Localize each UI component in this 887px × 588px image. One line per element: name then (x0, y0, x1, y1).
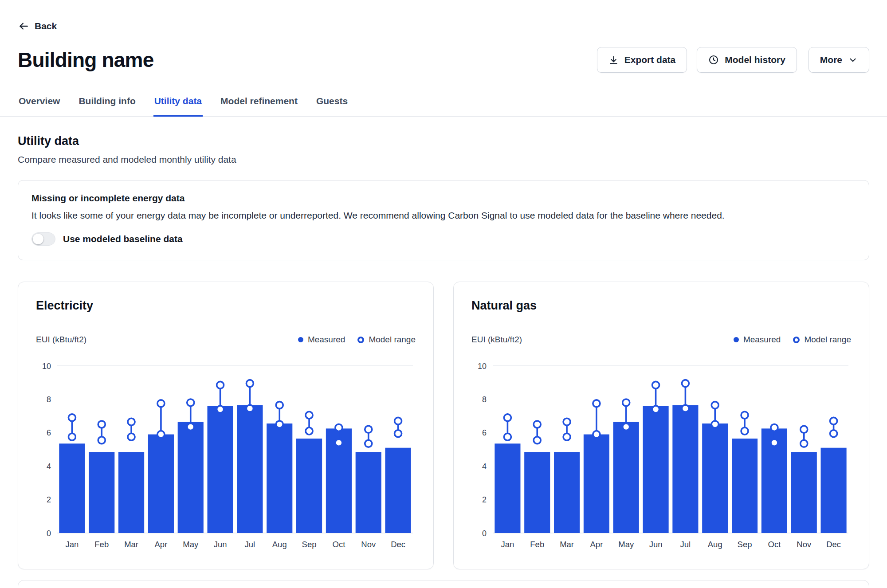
svg-text:Jun: Jun (214, 540, 227, 549)
tab-overview[interactable]: Overview (18, 92, 61, 117)
svg-text:Nov: Nov (797, 540, 812, 549)
svg-text:Sep: Sep (302, 540, 317, 549)
clock-icon (708, 55, 719, 65)
svg-text:Sep: Sep (738, 540, 752, 549)
svg-text:0: 0 (482, 529, 487, 538)
svg-text:May: May (618, 540, 634, 549)
legend-model-range-label: Model range (369, 335, 416, 345)
svg-text:10: 10 (478, 362, 487, 371)
svg-text:6: 6 (482, 428, 487, 437)
svg-text:Oct: Oct (333, 540, 345, 549)
svg-text:Mar: Mar (560, 540, 574, 549)
svg-text:Apr: Apr (155, 540, 168, 549)
natural-gas-legend: Measured Model range (734, 335, 851, 345)
export-data-button[interactable]: Export data (597, 47, 687, 73)
toggle-knob (33, 234, 43, 244)
model-history-button[interactable]: Model history (697, 47, 797, 73)
svg-text:2: 2 (47, 495, 51, 504)
svg-text:0: 0 (47, 529, 51, 538)
svg-text:6: 6 (47, 428, 51, 437)
legend-measured-label: Measured (743, 335, 781, 345)
more-button[interactable]: More (809, 47, 869, 73)
alert-title: Missing or incomplete energy data (31, 193, 856, 204)
utility-data-page: Back Building name Export data Model his… (0, 0, 887, 588)
page-title: Building name (18, 48, 154, 72)
svg-text:Aug: Aug (272, 540, 287, 549)
legend-measured-label: Measured (308, 335, 345, 345)
svg-text:Jan: Jan (66, 540, 79, 549)
model-range-ring-icon (357, 337, 364, 343)
svg-text:Nov: Nov (361, 540, 376, 549)
measured-dot-icon (298, 337, 303, 342)
tab-model-refinement[interactable]: Model refinement (220, 92, 298, 117)
back-arrow-icon (18, 20, 29, 32)
header-actions: Export data Model history More (597, 47, 869, 73)
electricity-y-axis-label: EUI (kBtu/ft2) (36, 335, 86, 345)
section-title: Utility data (18, 134, 869, 148)
legend-model-range-label: Model range (804, 335, 851, 345)
legend-model-range: Model range (357, 335, 416, 345)
toggle-label: Use modeled baseline data (63, 234, 183, 244)
svg-text:2: 2 (482, 495, 487, 504)
svg-text:Mar: Mar (124, 540, 138, 549)
svg-text:Feb: Feb (530, 540, 544, 549)
natural-gas-bar-chart: 0246810JanFebMarAprMayJunJulAugSepOctNov… (471, 354, 851, 553)
electricity-bar-chart: 0246810JanFebMarAprMayJunJulAugSepOctNov… (36, 354, 416, 553)
svg-text:Feb: Feb (94, 540, 109, 549)
svg-text:10: 10 (42, 362, 51, 371)
svg-text:4: 4 (482, 462, 487, 471)
svg-text:Dec: Dec (826, 540, 841, 549)
export-data-label: Export data (624, 55, 676, 65)
use-modeled-baseline-toggle[interactable] (31, 232, 55, 246)
back-label: Back (35, 21, 57, 31)
legend-measured: Measured (734, 335, 781, 345)
page-header: Building name Export data Model history … (18, 47, 869, 73)
svg-text:Jul: Jul (680, 540, 691, 549)
natural-gas-chart-title: Natural gas (471, 299, 851, 313)
missing-data-alert: Missing or incomplete energy data It loo… (18, 180, 869, 260)
more-label: More (820, 55, 842, 65)
alert-body: It looks like some of your energy data m… (31, 210, 856, 221)
svg-text:4: 4 (47, 462, 51, 471)
next-chart-card-edge (18, 580, 869, 588)
legend-measured: Measured (298, 335, 345, 345)
model-history-label: Model history (725, 55, 785, 65)
chevron-down-icon (848, 55, 858, 65)
legend-model-range: Model range (793, 335, 851, 345)
svg-text:Oct: Oct (768, 540, 781, 549)
tab-bar: Overview Building info Utility data Mode… (0, 92, 887, 117)
baseline-toggle-row: Use modeled baseline data (31, 232, 856, 246)
measured-dot-icon (734, 337, 739, 342)
section-subtitle: Compare measured and modeled monthly uti… (18, 154, 869, 165)
model-range-ring-icon (793, 337, 800, 343)
svg-text:Jun: Jun (649, 540, 663, 549)
tab-utility-data[interactable]: Utility data (153, 92, 203, 117)
tab-building-info[interactable]: Building info (78, 92, 136, 117)
svg-text:Apr: Apr (590, 540, 603, 549)
electricity-chart-meta: EUI (kBtu/ft2) Measured Model range (36, 335, 416, 345)
charts-row: Electricity EUI (kBtu/ft2) Measured Mode… (18, 282, 869, 569)
svg-text:May: May (183, 540, 199, 549)
svg-text:Dec: Dec (391, 540, 405, 549)
svg-text:8: 8 (482, 395, 487, 404)
back-button[interactable]: Back (18, 0, 57, 32)
electricity-chart-card: Electricity EUI (kBtu/ft2) Measured Mode… (18, 282, 434, 569)
svg-text:8: 8 (47, 395, 51, 404)
natural-gas-y-axis-label: EUI (kBtu/ft2) (471, 335, 522, 345)
svg-text:Aug: Aug (708, 540, 722, 549)
download-icon (608, 55, 619, 65)
tab-guests[interactable]: Guests (315, 92, 349, 117)
natural-gas-chart-meta: EUI (kBtu/ft2) Measured Model range (471, 335, 851, 345)
svg-text:Jan: Jan (501, 540, 514, 549)
electricity-legend: Measured Model range (298, 335, 416, 345)
natural-gas-chart-card: Natural gas EUI (kBtu/ft2) Measured Mode… (453, 282, 869, 569)
svg-text:Jul: Jul (245, 540, 255, 549)
electricity-chart-title: Electricity (36, 299, 416, 313)
